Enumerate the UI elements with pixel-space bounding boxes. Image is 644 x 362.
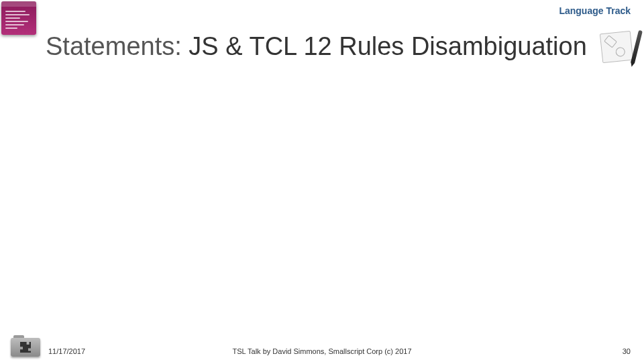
title-rest: JS & TCL 12 Rules Disambiguation [182,32,587,60]
design-pen-icon [600,28,637,66]
title-prefix: Statements: [46,32,182,60]
terminal-icon [1,1,36,35]
footer: 11/17/2017 TSL Talk by David Simmons, Sm… [0,342,644,355]
page-title: Statements: JS & TCL 12 Rules Disambigua… [46,32,587,61]
footer-page-number: 30 [623,347,631,355]
track-label: Language Track [559,5,631,16]
footer-center: TSL Talk by David Simmons, Smallscript C… [232,347,411,355]
footer-date: 11/17/2017 [48,347,85,355]
